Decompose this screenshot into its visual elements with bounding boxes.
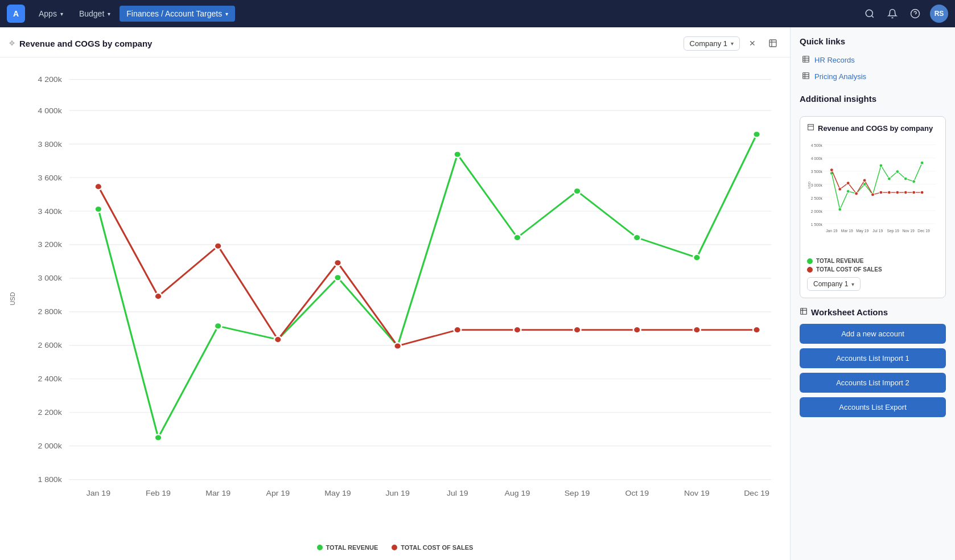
svg-text:2 000k: 2 000k [38,442,62,450]
top-navigation: A Apps ▾ Budget ▾ Finances / Account Tar… [0,0,955,27]
revenue-dot [574,188,581,194]
legend-revenue: TOTAL REVENUE [317,544,378,551]
svg-text:Jan 19: Jan 19 [826,229,837,233]
mini-cogs-dot [912,191,916,194]
svg-text:2 800k: 2 800k [38,308,62,316]
cogs-dot [215,243,222,249]
notifications-icon[interactable] [884,6,900,22]
svg-text:Mar 19: Mar 19 [205,489,230,497]
company-selector-chevron-icon: ▾ [731,40,734,47]
expand-icon[interactable] [765,35,781,51]
mini-chart-svg: .ma { font-size:7px; fill:#666; font-fam… [807,137,938,251]
svg-text:3 400k: 3 400k [38,207,62,215]
mini-chart-card: Revenue and COGS by company .ma { font-s… [800,116,946,298]
revenue-dot [753,131,760,137]
main-chart-svg: .grid-line { stroke: #e8eaed; stroke-wid… [34,67,779,505]
quick-link-pricing-analysis[interactable]: Pricing Analysis [800,68,946,85]
company-selector[interactable]: Company 1 ▾ [684,36,740,51]
mini-legend-revenue-dot [807,258,813,264]
cogs-dot [574,327,581,333]
svg-text:Aug 19: Aug 19 [505,489,530,497]
revenue-dot [454,151,461,158]
svg-text:4 200k: 4 200k [38,76,62,84]
help-icon[interactable] [907,6,923,22]
legend-cogs: TOTAL COST OF SALES [392,544,473,551]
svg-text:3 600k: 3 600k [38,174,62,182]
mini-cogs-dot [846,182,850,185]
app-logo[interactable]: A [7,5,25,23]
topnav-right-actions: RS [862,5,948,23]
user-avatar[interactable]: RS [930,5,948,23]
main-layout: ✥ Revenue and COGS by company Company 1 … [0,27,955,560]
accounts-list-import-1-button[interactable]: Accounts List Import 1 [800,348,946,368]
svg-text:Dec 19: Dec 19 [917,229,930,233]
svg-text:Sep 19: Sep 19 [565,489,590,497]
mini-revenue-dot [912,180,916,183]
pricing-icon [802,72,810,81]
cogs-dot [94,183,102,190]
mini-chart-card-title: Revenue and COGS by company [818,124,933,133]
mini-legend: TOTAL REVENUE TOTAL COST OF SALES [807,258,938,273]
svg-text:Jun 19: Jun 19 [385,489,409,497]
quick-link-hr-records[interactable]: HR Records [800,52,946,68]
y-axis-label: USD [9,292,16,305]
chart-body: USD .grid-line { stroke: #e8eaed; stroke… [0,57,790,540]
svg-rect-53 [808,125,814,130]
search-icon[interactable] [862,6,878,22]
svg-text:3 000k: 3 000k [38,274,62,282]
accounts-list-export-button[interactable]: Accounts List Export [800,397,946,417]
mini-cogs-dot [896,191,899,194]
revenue-dot [633,234,641,241]
quick-links-title: Quick links [800,36,946,46]
svg-text:2 200k: 2 200k [38,409,62,417]
nav-finances-account-targets[interactable]: Finances / Account Targets ▾ [120,6,235,22]
svg-text:Jul 19: Jul 19 [872,229,883,233]
mini-company-selector[interactable]: Company 1 ▾ [807,277,861,291]
mini-revenue-dot [879,164,883,167]
svg-line-1 [871,15,873,17]
mini-revenue-line [831,163,922,209]
legend-revenue-label: TOTAL REVENUE [326,544,378,551]
svg-text:Jan 19: Jan 19 [87,489,110,497]
svg-rect-45 [803,56,809,63]
pricing-analysis-label: Pricing Analysis [814,72,866,81]
mini-cogs-dot [879,191,883,194]
mini-revenue-dot [887,177,891,180]
nav-apps[interactable]: Apps ▾ [32,6,70,22]
cogs-dot [633,327,641,333]
svg-text:4 000k: 4 000k [38,106,62,114]
chart-legend: TOTAL REVENUE TOTAL COST OF SALES [0,540,790,560]
svg-text:May 19: May 19 [856,229,868,233]
svg-text:Sep 19: Sep 19 [887,229,899,233]
cogs-dot [155,293,162,299]
svg-text:2 600k: 2 600k [38,341,62,349]
legend-cogs-dot [392,545,397,550]
svg-text:3 000k: 3 000k [811,183,823,187]
svg-text:3 800k: 3 800k [38,140,62,148]
mini-legend-cogs-label: TOTAL COST OF SALES [816,266,882,273]
chart-header: ✥ Revenue and COGS by company Company 1 … [0,27,790,57]
cogs-dot [454,327,461,333]
add-new-account-button[interactable]: Add a new account [800,324,946,344]
accounts-list-import-2-button[interactable]: Accounts List Import 2 [800,373,946,393]
mini-cogs-dot [871,193,875,196]
budget-label: Budget [79,9,104,18]
chart-area: ✥ Revenue and COGS by company Company 1 … [0,27,790,560]
cogs-dot [394,343,401,349]
nav-budget[interactable]: Budget ▾ [72,6,117,22]
mini-cogs-dot [904,191,907,194]
revenue-dot [215,323,222,329]
revenue-dot [693,254,701,261]
svg-text:Apr 19: Apr 19 [266,489,290,497]
mini-cogs-dot [838,187,842,191]
svg-rect-49 [803,73,809,79]
mini-company-label: Company 1 [813,280,848,288]
apps-label: Apps [39,9,57,18]
svg-point-0 [866,10,872,17]
svg-text:4 000k: 4 000k [811,157,823,160]
svg-text:Dec 19: Dec 19 [744,489,769,497]
close-button[interactable]: ✕ [744,35,760,51]
svg-text:1 800k: 1 800k [38,476,62,484]
mini-revenue-dot [838,208,842,211]
svg-text:USD: USD [808,182,811,188]
